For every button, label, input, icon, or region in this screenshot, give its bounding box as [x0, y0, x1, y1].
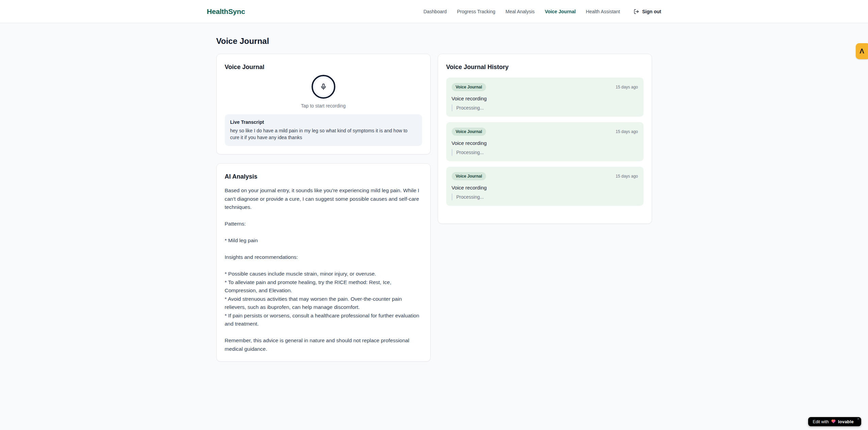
- content-grid: Voice Journal Tap to start recording: [216, 54, 652, 362]
- edit-badge-close-icon[interactable]: ×: [857, 417, 859, 421]
- history-item-status: Processing...: [452, 104, 638, 111]
- history-item-badge: Voice Journal: [452, 172, 486, 180]
- history-item-title: Voice recording: [452, 96, 638, 101]
- history-item-status: Processing...: [452, 194, 638, 200]
- history-item-status: Processing...: [452, 149, 638, 156]
- history-item-header: Voice Journal 15 days ago: [452, 172, 638, 180]
- history-card-title: Voice Journal History: [446, 62, 644, 72]
- edit-badge-prefix: Edit with: [813, 419, 829, 424]
- live-transcript-box: Live Transcript hey so like I do have a …: [225, 114, 422, 146]
- main-content: Voice Journal Voice Journal: [216, 23, 652, 362]
- live-transcript-title: Live Transcript: [230, 119, 417, 125]
- ai-analysis-title: AI Analysis: [225, 172, 422, 181]
- microphone-icon: [320, 83, 327, 90]
- history-item-title: Voice recording: [452, 140, 638, 146]
- sign-out-label: Sign out: [642, 9, 661, 14]
- edit-with-lovable-badge[interactable]: Edit with lovable ×: [808, 417, 861, 426]
- top-header: HealthSync Dashboard Progress Tracking M…: [0, 0, 868, 23]
- history-item-header: Voice Journal 15 days ago: [452, 83, 638, 91]
- left-column: Voice Journal Tap to start recording: [216, 54, 431, 362]
- history-item[interactable]: Voice Journal 15 days ago Voice recordin…: [446, 167, 644, 206]
- record-button[interactable]: [312, 75, 335, 99]
- main-nav: Dashboard Progress Tracking Meal Analysi…: [423, 9, 661, 14]
- history-item-timestamp: 15 days ago: [616, 174, 638, 179]
- brand-logo[interactable]: HealthSync: [207, 7, 245, 16]
- browser-extension-badge[interactable]: Λ: [856, 43, 868, 59]
- history-item[interactable]: Voice Journal 15 days ago Voice recordin…: [446, 122, 644, 161]
- logout-icon: [634, 9, 639, 14]
- history-item-header: Voice Journal 15 days ago: [452, 128, 638, 136]
- extension-logo-icon: Λ: [859, 47, 864, 55]
- history-item-badge: Voice Journal: [452, 83, 486, 91]
- nav-item-meal-analysis[interactable]: Meal Analysis: [505, 9, 535, 14]
- history-item-timestamp: 15 days ago: [616, 129, 638, 134]
- nav-item-voice-journal[interactable]: Voice Journal: [545, 9, 576, 14]
- live-transcript-text: hey so like I do have a mild pain in my …: [230, 127, 417, 141]
- history-list: Voice Journal 15 days ago Voice recordin…: [446, 78, 644, 206]
- history-item[interactable]: Voice Journal 15 days ago Voice recordin…: [446, 78, 644, 117]
- voice-journal-history-card: Voice Journal History Voice Journal 15 d…: [438, 54, 652, 224]
- nav-item-dashboard[interactable]: Dashboard: [423, 9, 447, 14]
- history-item-title: Voice recording: [452, 185, 638, 191]
- recorder-zone: Tap to start recording: [225, 72, 422, 109]
- edit-badge-brand: lovable: [838, 419, 854, 424]
- ai-analysis-card: AI Analysis Based on your journal entry,…: [216, 163, 431, 362]
- history-item-timestamp: 15 days ago: [616, 85, 638, 89]
- recorder-card-title: Voice Journal: [225, 62, 422, 72]
- header-container: HealthSync Dashboard Progress Tracking M…: [196, 0, 672, 23]
- tap-to-record-hint: Tap to start recording: [301, 103, 346, 109]
- nav-item-progress-tracking[interactable]: Progress Tracking: [457, 9, 495, 14]
- sign-out-button[interactable]: Sign out: [634, 9, 661, 14]
- heart-gradient-icon: [831, 419, 836, 425]
- ai-analysis-text: Based on your journal entry, it sounds l…: [225, 186, 422, 353]
- nav-item-health-assistant[interactable]: Health Assistant: [586, 9, 620, 14]
- voice-recorder-card: Voice Journal Tap to start recording: [216, 54, 431, 154]
- history-item-badge: Voice Journal: [452, 128, 486, 136]
- page-title: Voice Journal: [216, 36, 652, 47]
